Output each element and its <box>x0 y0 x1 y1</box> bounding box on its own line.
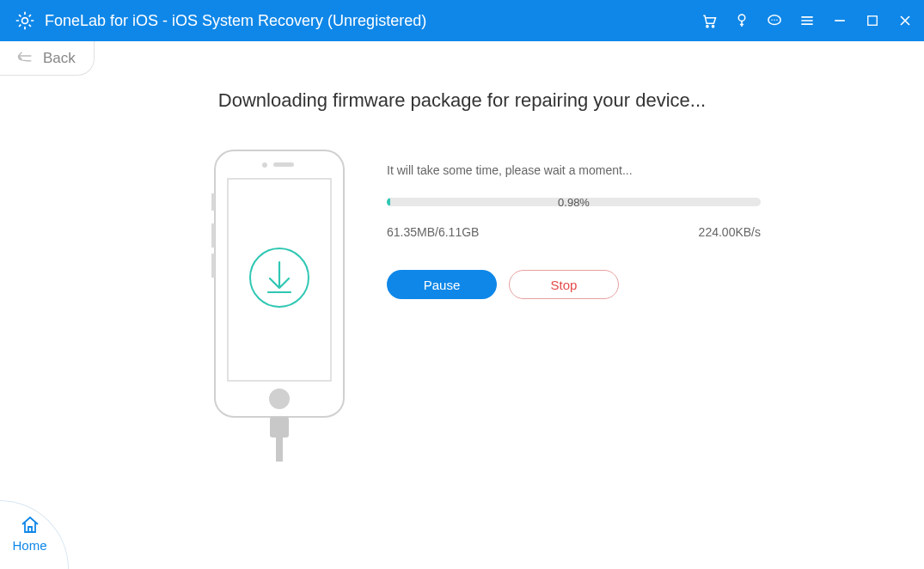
close-icon[interactable] <box>895 10 915 31</box>
main-content: Downloading firmware package for repairi… <box>0 41 924 569</box>
progress-bar-container: 0.98% <box>387 198 761 206</box>
svg-point-2 <box>713 26 714 28</box>
window-title: FoneLab for iOS - iOS System Recovery (U… <box>45 12 426 30</box>
maximize-icon[interactable] <box>862 10 883 31</box>
pause-button[interactable]: Pause <box>387 270 497 299</box>
svg-point-7 <box>776 19 778 21</box>
svg-rect-11 <box>211 223 215 248</box>
download-info: It will take some time, please wait a mo… <box>361 146 924 464</box>
progress-fill <box>387 198 390 206</box>
svg-point-3 <box>738 15 745 21</box>
svg-rect-19 <box>276 437 283 462</box>
svg-point-5 <box>771 19 773 21</box>
cart-icon[interactable] <box>699 10 719 31</box>
svg-rect-18 <box>270 417 289 437</box>
menu-icon[interactable] <box>797 10 817 31</box>
home-label: Home <box>12 538 46 553</box>
titlebar-actions <box>699 10 915 31</box>
progress-bar <box>387 198 761 206</box>
download-speed: 224.00KB/s <box>699 225 761 239</box>
svg-point-1 <box>707 26 708 28</box>
svg-rect-8 <box>868 16 878 26</box>
home-icon <box>20 515 40 536</box>
downloaded-size: 61.35MB/6.11GB <box>387 225 479 239</box>
page-heading: Downloading firmware package for repairi… <box>0 89 924 112</box>
app-gear-icon <box>14 9 36 32</box>
chat-icon[interactable] <box>764 10 785 31</box>
wait-text: It will take some time, please wait a mo… <box>387 163 761 177</box>
svg-rect-12 <box>211 254 215 278</box>
svg-rect-14 <box>273 162 294 167</box>
key-icon[interactable] <box>731 10 752 31</box>
minimize-icon[interactable] <box>829 10 850 31</box>
svg-point-17 <box>269 389 290 409</box>
stop-button[interactable]: Stop <box>509 270 619 299</box>
phone-illustration <box>198 146 361 464</box>
app-window: FoneLab for iOS - iOS System Recovery (U… <box>0 0 924 569</box>
titlebar: FoneLab for iOS - iOS System Recovery (U… <box>0 0 924 41</box>
svg-point-0 <box>22 18 28 24</box>
svg-point-6 <box>774 19 775 21</box>
svg-rect-10 <box>211 193 215 211</box>
svg-point-13 <box>262 162 267 168</box>
